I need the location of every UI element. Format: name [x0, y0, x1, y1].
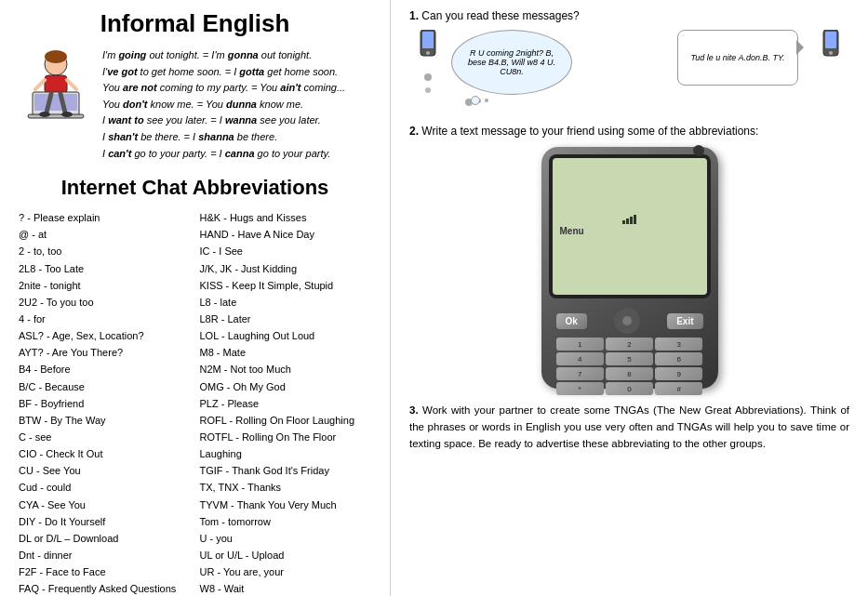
right-panel: 1. Can you read these messages? R U comi…	[391, 0, 868, 596]
phone-screen: Menu	[553, 158, 707, 295]
svg-point-14	[426, 51, 430, 55]
q3-num: 3.	[409, 404, 419, 416]
abbr-item: CIO - Check It Out	[19, 445, 191, 462]
abbr-item: L8 - late	[200, 294, 372, 311]
abbr-item: PLZ - Please	[200, 395, 372, 412]
key-4[interactable]: 4	[556, 352, 604, 365]
main-title: Informal English	[19, 9, 371, 38]
signal-bar-4	[634, 215, 636, 224]
abbreviations-grid: ? - Please explain@ - at2 - to, too2L8 -…	[19, 209, 371, 596]
abbr-item: CYA - See You	[19, 497, 191, 513]
svg-rect-6	[34, 94, 77, 111]
svg-point-17	[829, 51, 833, 55]
key-7[interactable]: 7	[556, 367, 604, 380]
svg-point-10	[39, 112, 50, 117]
phone-menu-bar: Menu	[553, 224, 707, 238]
abbr-item: ASL? - Age, Sex, Location?	[19, 327, 191, 344]
phone-icon-right	[821, 30, 840, 67]
svg-line-3	[35, 80, 45, 89]
abbr-item: BTW - By The Way	[19, 412, 191, 429]
speech-bubble-right: Tud le u nite A.don.B. TY.	[677, 30, 798, 86]
abbr-item: W8 - Wait	[200, 580, 372, 596]
key-6[interactable]: 6	[655, 352, 702, 365]
phone-person-right	[821, 30, 840, 67]
phone-bottom-row: Ok Exit	[549, 304, 711, 338]
phone-ok-btn[interactable]: Ok	[556, 313, 587, 329]
phone-icon-left	[419, 30, 437, 67]
abbr-item: N2M - Not too Much	[200, 361, 372, 377]
abbr-item: 4 - for	[19, 311, 191, 327]
svg-rect-13	[422, 32, 434, 48]
phone-exit-btn[interactable]: Exit	[667, 313, 702, 329]
phone-container: Menu Ok Exit 1 2 3 4 5 6 7	[409, 147, 849, 389]
phone-navpad[interactable]	[614, 308, 640, 334]
abbr-item: UR - You are, your	[200, 563, 372, 580]
abbr-item: M8 - Mate	[200, 344, 372, 361]
abbr-item: F2F - Face to Face	[19, 563, 191, 580]
abbr-item: B4 - Before	[19, 361, 191, 377]
svg-point-1	[45, 50, 67, 63]
q2-text: Write a text message to your friend usin…	[421, 125, 758, 138]
svg-point-11	[61, 112, 73, 117]
abbr-col1: ? - Please explain@ - at2 - to, too2L8 -…	[19, 209, 191, 596]
informal-text: I'm going out tonight. = I'm gonna out t…	[102, 47, 345, 162]
phone-outer: Menu Ok Exit 1 2 3 4 5 6 7	[541, 147, 718, 389]
abbr-item: IC - I See	[200, 243, 372, 259]
q2-num: 2.	[409, 125, 419, 138]
abbr-item: Dnt - dinner	[19, 547, 191, 563]
abbr-item: 2nite - tonight	[19, 277, 191, 294]
abbr-item: TX, TNX - Thanks	[200, 479, 372, 496]
abbr-item: DL or D/L – Download	[19, 530, 191, 547]
abbr-item: BF - Boyfriend	[19, 395, 191, 412]
key-8[interactable]: 8	[606, 367, 653, 380]
q1-num: 1.	[409, 9, 419, 22]
phone-camera-icon	[693, 145, 704, 156]
signal-bar-3	[630, 217, 633, 224]
speech-bubbles: R U coming 2night? B, bese B4.B, Will w8…	[409, 30, 849, 106]
key-1[interactable]: 1	[556, 338, 604, 351]
abbr-item: @ - at	[19, 226, 191, 243]
abbr-item: LOL - Laughing Out Loud	[200, 327, 372, 344]
key-star[interactable]: *	[556, 382, 604, 395]
abbr-item: B/C - Because	[19, 378, 191, 395]
abbr-item: AYT? - Are You There?	[19, 344, 191, 361]
abbr-item: 2U2 - To you too	[19, 294, 191, 311]
abbr-item: U - you	[200, 530, 372, 547]
abbr-item: DIY - Do It Yourself	[19, 513, 191, 530]
abbr-item: OMG - Oh My God	[200, 378, 372, 395]
abbr-item: UL or U/L - Upload	[200, 547, 372, 563]
phone-menu-label: Menu	[560, 226, 584, 236]
key-2[interactable]: 2	[606, 338, 653, 351]
section-title: Internet Chat Abbreviations	[19, 176, 371, 200]
bubble1-text: R U coming 2night? B, bese B4.B, Will w8…	[461, 48, 562, 76]
abbr-item: Tom - tomorrow	[200, 513, 372, 530]
svg-rect-16	[825, 32, 836, 48]
abbr-item: KISS - Keep It Simple, Stupid	[200, 277, 372, 294]
abbr-col2: H&K - Hugs and KissesHAND - Have A Nice …	[200, 209, 372, 596]
key-5[interactable]: 5	[606, 352, 653, 365]
abbr-item: CU - See You	[19, 462, 191, 479]
q1-text: Can you read these messages?	[421, 9, 579, 22]
q3-text: Work with your partner to create some TN…	[409, 404, 849, 449]
abbr-item: C - see	[19, 429, 191, 445]
left-panel: Informal English	[0, 0, 391, 596]
abbr-item: TYVM - Thank You Very Much	[200, 497, 372, 513]
key-9[interactable]: 9	[655, 367, 702, 380]
abbr-item: H&K - Hugs and Kisses	[200, 209, 372, 226]
svg-rect-7	[28, 114, 84, 118]
key-0[interactable]: 0	[606, 382, 653, 395]
svg-rect-2	[45, 75, 67, 94]
abbr-item: 2 - to, too	[19, 243, 191, 259]
phone-person-left	[419, 30, 437, 93]
abbr-item: ROTFL - Rolling On The Floor Laughing	[200, 429, 372, 462]
signal-bars	[622, 215, 636, 224]
question1: 1. Can you read these messages?	[409, 9, 849, 22]
key-hash[interactable]: #	[655, 382, 702, 395]
key-3[interactable]: 3	[655, 338, 702, 351]
phone-screen-area: Menu	[549, 154, 711, 298]
abbr-item: ? - Please explain	[19, 209, 191, 226]
abbr-item: FAQ - Frequently Asked Questions	[19, 580, 191, 596]
phone-keypad: 1 2 3 4 5 6 7 8 9 * 0 #	[549, 338, 711, 395]
question3: 3. Work with your partner to create some…	[409, 403, 849, 452]
bubble2-text: Tud le u nite A.don.B. TY.	[690, 53, 784, 62]
